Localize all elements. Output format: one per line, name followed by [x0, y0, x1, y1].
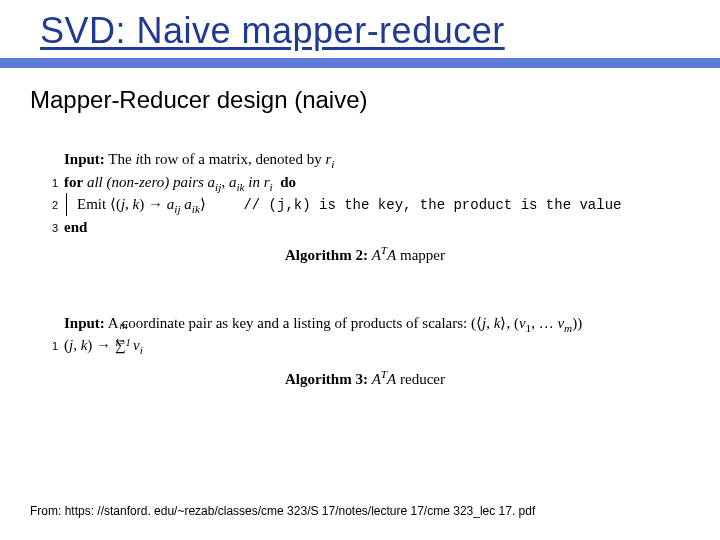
algo2-emit-line: 2 Emit ⟨(j, k) → aij aik⟩ // (j,k) is th… [40, 193, 690, 216]
algo3-input-line: Input: A coordinate pair as key and a li… [40, 312, 690, 335]
input-text-b: th row of a matrix, denoted by [140, 151, 326, 167]
algo2-caption-label: Algorithm 2: [285, 247, 368, 263]
algo3-caption-label: Algorithm 3: [285, 371, 368, 387]
do-label: do [280, 174, 296, 190]
slide: SVD: Naive mapper-reducer Mapper-Reducer… [0, 0, 720, 540]
emit-label: Emit [77, 196, 110, 212]
for-label: for [64, 174, 83, 190]
for-body-b: in [248, 174, 263, 190]
algorithm-2-caption: Algorithm 2: ATA mapper [40, 247, 690, 264]
input-text-2: A coordinate pair as key and a listing o… [108, 315, 471, 331]
emit-comment: // (j,k) is the key, the product is the … [243, 197, 621, 213]
line-number-2: 2 [40, 197, 64, 214]
input-text-a: The [108, 151, 135, 167]
end-label: end [64, 216, 87, 239]
algo2-input-line: Input: The ith row of a matrix, denoted … [40, 148, 690, 171]
slide-title: SVD: Naive mapper-reducer [0, 0, 720, 56]
footer-citation: From: https: //stanford. edu/~rezab/clas… [30, 504, 535, 518]
for-body-a: all (non-zero) pairs [87, 174, 208, 190]
algorithm-2-block: Input: The ith row of a matrix, denoted … [40, 148, 690, 264]
title-bar [0, 58, 720, 68]
algo2-end-line: 3 end [40, 216, 690, 239]
algo3-body-line: 1 (j, k) → ∑mi=1 vi [40, 334, 690, 357]
input-label: Input: [64, 151, 105, 167]
line-number-1: 1 [40, 175, 64, 192]
algorithm-3-caption: Algorithm 3: ATA reducer [40, 371, 690, 388]
algorithm-3-block: Input: A coordinate pair as key and a li… [40, 312, 690, 388]
slide-subtitle: Mapper-Reducer design (naive) [0, 68, 720, 114]
input-label-2: Input: [64, 315, 105, 331]
line-number-1b: 1 [40, 338, 64, 355]
algo2-for-line: 1 for all (non-zero) pairs aij, aik in r… [40, 171, 690, 194]
algo3-caption-text: reducer [400, 371, 445, 387]
line-number-3: 3 [40, 220, 64, 237]
algo2-caption-text: mapper [400, 247, 445, 263]
